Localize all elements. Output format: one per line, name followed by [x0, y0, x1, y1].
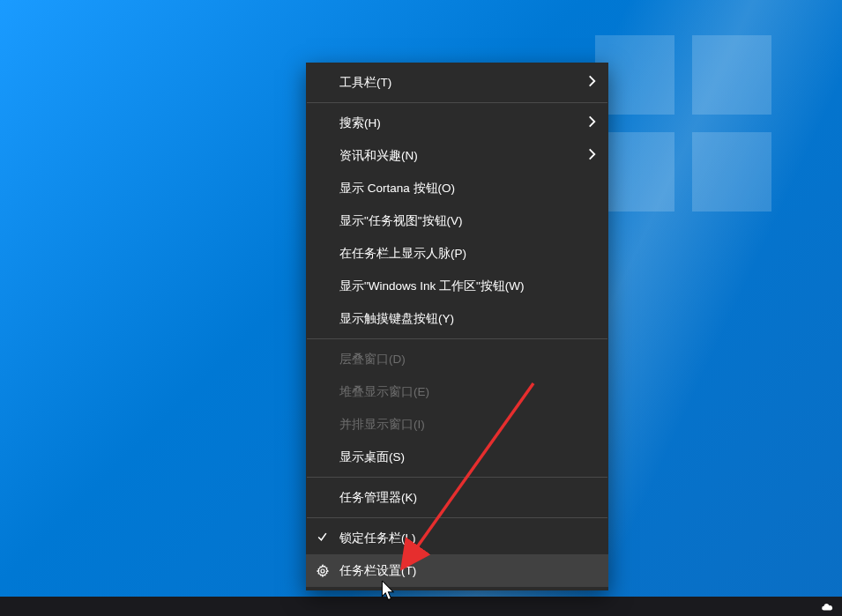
menu-show-people[interactable]: 在任务栏上显示人脉(P) — [306, 237, 608, 270]
menu-toolbars[interactable]: 工具栏(T) — [306, 66, 608, 99]
taskbar[interactable] — [0, 597, 842, 616]
menu-show-desktop-label: 显示桌面(S) — [339, 449, 405, 465]
weather-cloud-icon — [819, 601, 835, 613]
menu-cascade-label: 层叠窗口(D) — [339, 352, 406, 367]
menu-taskbar-settings[interactable]: 任务栏设置(T) — [306, 554, 608, 587]
gear-icon — [316, 564, 330, 578]
menu-show-people-label: 在任务栏上显示人脉(P) — [339, 246, 466, 262]
svg-point-0 — [321, 569, 324, 573]
menu-separator — [307, 517, 607, 518]
menu-sidebyside-label: 并排显示窗口(I) — [339, 417, 425, 433]
menu-show-desktop[interactable]: 显示桌面(S) — [306, 441, 608, 473]
menu-task-manager[interactable]: 任务管理器(K) — [306, 481, 608, 514]
menu-show-touchkb[interactable]: 显示触摸键盘按钮(Y) — [306, 302, 608, 335]
menu-search-label: 搜索(H) — [339, 115, 381, 131]
menu-show-touchkb-label: 显示触摸键盘按钮(Y) — [339, 311, 454, 327]
menu-sidebyside-windows: 并排显示窗口(I) — [306, 408, 608, 441]
check-icon — [317, 531, 328, 545]
chevron-right-icon — [588, 115, 596, 130]
menu-show-taskview[interactable]: 显示"任务视图"按钮(V) — [306, 204, 608, 237]
menu-stacked-windows: 堆叠显示窗口(E) — [306, 375, 608, 408]
menu-show-ink[interactable]: 显示"Windows Ink 工作区"按钮(W) — [306, 270, 608, 302]
menu-task-manager-label: 任务管理器(K) — [339, 490, 417, 506]
desktop-wallpaper: 工具栏(T) 搜索(H) 资讯和兴趣(N) 显示 Cortana 按钮(O) — [0, 0, 842, 616]
menu-taskbar-settings-label: 任务栏设置(T) — [339, 563, 416, 579]
menu-show-cortana-label: 显示 Cortana 按钮(O) — [339, 181, 455, 197]
menu-lock-taskbar[interactable]: 锁定任务栏(L) — [306, 522, 608, 554]
menu-separator — [307, 102, 607, 103]
menu-stacked-label: 堆叠显示窗口(E) — [339, 384, 429, 400]
menu-show-cortana[interactable]: 显示 Cortana 按钮(O) — [306, 172, 608, 204]
menu-separator — [307, 338, 607, 339]
menu-toolbars-label: 工具栏(T) — [339, 75, 391, 91]
menu-search[interactable]: 搜索(H) — [306, 107, 608, 139]
menu-show-ink-label: 显示"Windows Ink 工作区"按钮(W) — [339, 278, 525, 294]
menu-news-interests-label: 资讯和兴趣(N) — [339, 148, 418, 164]
menu-show-taskview-label: 显示"任务视图"按钮(V) — [339, 213, 463, 229]
taskbar-context-menu: 工具栏(T) 搜索(H) 资讯和兴趣(N) 显示 Cortana 按钮(O) — [306, 63, 608, 590]
chevron-right-icon — [588, 75, 596, 90]
chevron-right-icon — [588, 148, 596, 163]
windows-logo-decoration — [595, 35, 771, 212]
menu-lock-taskbar-label: 锁定任务栏(L) — [339, 531, 416, 546]
menu-cascade-windows: 层叠窗口(D) — [306, 343, 608, 375]
menu-news-interests[interactable]: 资讯和兴趣(N) — [306, 139, 608, 172]
menu-separator — [307, 477, 607, 478]
